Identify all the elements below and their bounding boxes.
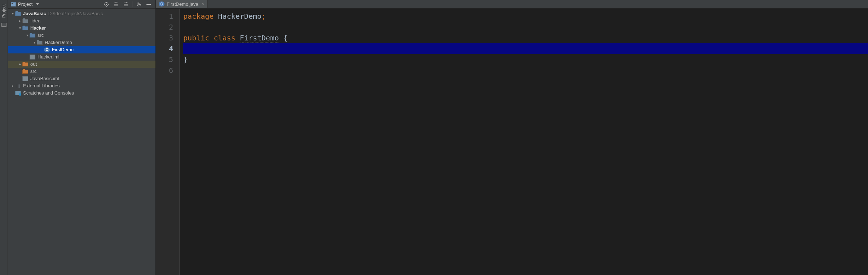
tree-hackerdemo[interactable]: ▾ HackerDemo bbox=[8, 39, 155, 46]
line-number: 6 bbox=[156, 65, 173, 76]
line-number: 1 bbox=[156, 11, 173, 22]
project-icon bbox=[11, 2, 16, 6]
tree-hacker[interactable]: ▾ Hacker bbox=[8, 25, 155, 32]
line-number: 3 bbox=[156, 32, 173, 43]
tree-idea[interactable]: ▸ .idea bbox=[8, 17, 155, 25]
code-line-1[interactable]: package HackerDemo; bbox=[183, 11, 868, 22]
svg-point-1 bbox=[106, 4, 107, 5]
tree-external-libraries[interactable]: ▸ ⫼ External Libraries bbox=[8, 82, 155, 90]
chevron-right-icon[interactable]: ▸ bbox=[18, 17, 22, 25]
project-tool-tab[interactable]: Project bbox=[1, 2, 7, 20]
chevron-down-icon[interactable]: ▾ bbox=[18, 25, 22, 32]
collapse-all-icon[interactable] bbox=[123, 1, 128, 7]
hide-icon[interactable] bbox=[146, 1, 151, 7]
scratches-icon bbox=[15, 91, 21, 95]
tree-label: Hacker bbox=[30, 25, 46, 32]
svg-point-12 bbox=[138, 4, 140, 5]
code-body[interactable]: package HackerDemo; public class FirstDe… bbox=[180, 9, 868, 275]
code-line-4-active[interactable] bbox=[183, 43, 868, 54]
tree-label: HackerDemo bbox=[45, 39, 72, 46]
line-number: 2 bbox=[156, 22, 173, 32]
tree-label: src bbox=[38, 32, 44, 39]
excluded-folder-icon bbox=[22, 62, 28, 66]
editor-tab-firstdemo[interactable]: C FirstDemo.java × bbox=[156, 0, 208, 8]
line-number: 5 bbox=[156, 54, 173, 65]
tree-label: Scratches and Consoles bbox=[23, 90, 74, 97]
folder-icon bbox=[22, 19, 28, 23]
class-icon: C bbox=[44, 47, 50, 52]
tree-root[interactable]: ▾ JavaBasic D:\IdeaProjects\JavaBasic bbox=[8, 10, 155, 17]
svg-line-19 bbox=[137, 5, 137, 5]
tree-out[interactable]: ▸ out bbox=[8, 61, 155, 68]
project-tool-window: Project ▾ JavaBasic D:\IdeaProjects\Java… bbox=[8, 0, 156, 275]
structure-tool-icon[interactable] bbox=[1, 23, 6, 27]
project-title: Project bbox=[18, 1, 32, 7]
tree-src1[interactable]: ▾ src bbox=[8, 32, 155, 39]
svg-line-17 bbox=[137, 3, 137, 3]
source-folder-icon bbox=[30, 34, 35, 38]
svg-line-20 bbox=[140, 3, 140, 3]
expand-all-icon[interactable] bbox=[113, 1, 119, 7]
close-tab-icon[interactable]: × bbox=[202, 1, 205, 7]
chevron-right-icon[interactable]: ▸ bbox=[11, 82, 14, 90]
code-editor[interactable]: 1 2 3 4 5 6 package HackerDemo; public c… bbox=[156, 9, 868, 275]
tree-firstdemo[interactable]: ▸ C FirstDemo bbox=[8, 46, 155, 53]
editor-tab-bar: C FirstDemo.java × bbox=[156, 0, 868, 9]
line-gutter: 1 2 3 4 5 6 bbox=[156, 9, 178, 275]
code-line-2[interactable] bbox=[183, 22, 868, 32]
tree-label: out bbox=[30, 61, 37, 68]
project-tree[interactable]: ▾ JavaBasic D:\IdeaProjects\JavaBasic ▸ … bbox=[8, 9, 155, 275]
code-line-6[interactable] bbox=[183, 65, 868, 76]
tree-label: FirstDemo bbox=[52, 46, 74, 53]
tree-label: Hacker.iml bbox=[38, 53, 60, 61]
class-icon: C bbox=[159, 1, 165, 6]
gear-icon[interactable] bbox=[136, 1, 141, 7]
module-icon bbox=[22, 26, 28, 30]
project-header: Project bbox=[8, 0, 155, 9]
tree-label: JavaBasic.iml bbox=[30, 75, 59, 82]
tab-label: FirstDemo.java bbox=[167, 1, 198, 7]
svg-line-18 bbox=[140, 5, 140, 5]
locate-icon[interactable] bbox=[104, 1, 109, 7]
package-icon bbox=[37, 41, 43, 45]
tree-src2[interactable]: ▸ src bbox=[8, 68, 155, 75]
tree-label: .idea bbox=[30, 17, 40, 25]
line-number: 4 bbox=[156, 43, 173, 54]
tree-label: src bbox=[30, 68, 36, 75]
iml-file-icon bbox=[22, 76, 28, 81]
module-icon bbox=[15, 12, 21, 16]
tool-window-bar-left: Project bbox=[0, 0, 8, 275]
chevron-down-icon[interactable]: ▾ bbox=[25, 32, 29, 39]
tree-path: D:\IdeaProjects\JavaBasic bbox=[48, 10, 103, 17]
libraries-icon: ⫼ bbox=[15, 83, 21, 88]
code-line-5[interactable]: } bbox=[183, 54, 868, 65]
tree-scratches[interactable]: ▸ Scratches and Consoles bbox=[8, 90, 155, 97]
tree-label: JavaBasic bbox=[23, 10, 46, 17]
code-line-3[interactable]: public class FirstDemo { bbox=[183, 32, 868, 43]
tree-javabasiciml[interactable]: ▸ JavaBasic.iml bbox=[8, 75, 155, 82]
chevron-down-icon[interactable]: ▾ bbox=[32, 39, 36, 46]
chevron-right-icon[interactable]: ▸ bbox=[18, 61, 22, 68]
folder-icon bbox=[22, 70, 28, 74]
iml-file-icon bbox=[30, 54, 35, 60]
svg-rect-21 bbox=[146, 4, 151, 5]
project-view-dropdown[interactable] bbox=[36, 3, 39, 5]
chevron-down-icon[interactable]: ▾ bbox=[11, 10, 14, 17]
editor-area: C FirstDemo.java × 1 2 3 4 5 6 package H… bbox=[156, 0, 868, 275]
toolbar-separator bbox=[132, 1, 132, 7]
tree-label: External Libraries bbox=[23, 82, 60, 90]
tree-hackeriml[interactable]: ▸ Hacker.iml bbox=[8, 53, 155, 61]
